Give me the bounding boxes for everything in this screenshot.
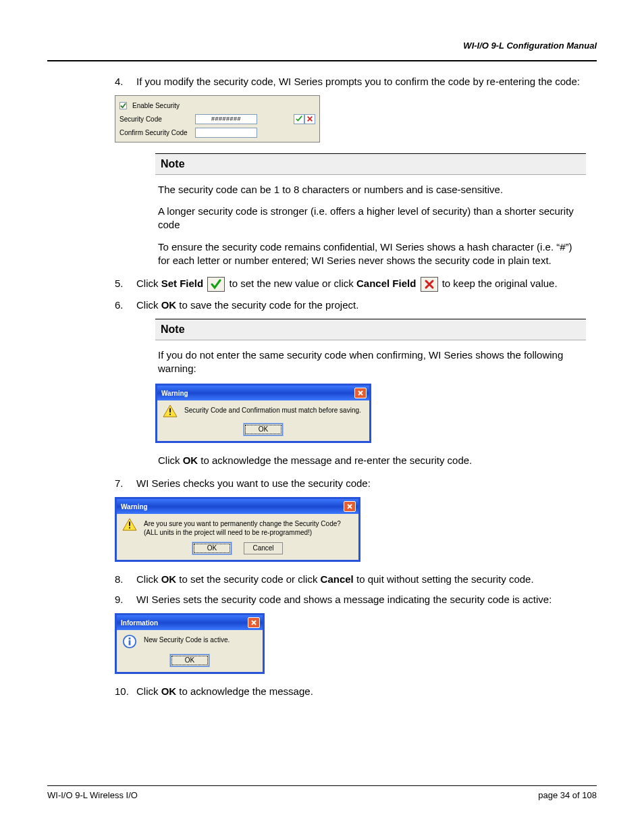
close-icon[interactable] (248, 617, 260, 628)
dialog-title: Information (121, 619, 158, 628)
step-number: 8. (115, 573, 136, 586)
step-number: 4. (115, 75, 136, 88)
footer-left: WI-I/O 9-L Wireless I/O (47, 790, 138, 800)
doc-footer: WI-I/O 9-L Wireless I/O page 34 of 108 (47, 785, 597, 800)
information-dialog: Information New Security Code is active. (115, 613, 597, 674)
step-9: 9. WI Series sets the security code and … (115, 593, 586, 606)
doc-body: 4. If you modify the security code, WI S… (47, 75, 597, 698)
note-paragraph: If you do not enter the same security co… (158, 348, 586, 376)
close-icon[interactable] (354, 388, 367, 398)
note-box-1: Note The security code can be 1 to 8 cha… (155, 153, 586, 267)
checkmark-icon (207, 277, 225, 292)
enable-security-label: Enable Security (132, 101, 180, 111)
step-4: 4. If you modify the security code, WI S… (115, 75, 586, 88)
svg-rect-6 (129, 641, 131, 646)
warning-icon (163, 405, 178, 418)
svg-rect-3 (129, 527, 130, 529)
note-paragraph: The security code can be 1 to 8 characte… (158, 183, 586, 197)
step-6: 6. Click OK to save the security code fo… (115, 298, 586, 312)
step-10: 10. Click OK to acknowledge the message. (115, 685, 586, 698)
dialog-message: New Security Code is active. (144, 634, 230, 644)
step-number: 10. (115, 685, 136, 698)
note-paragraph: Click OK to acknowledge the message and … (158, 454, 586, 467)
security-code-label: Security Code (119, 115, 192, 124)
x-icon (421, 277, 438, 292)
info-icon (122, 634, 137, 649)
dialog-title: Warning (121, 502, 148, 512)
step-7: 7. WI Series checks you want to use the … (115, 477, 586, 490)
note-box-2: Note If you do not enter the same securi… (155, 319, 586, 467)
note-heading: Note (155, 153, 586, 175)
dialog-title: Warning (161, 389, 188, 398)
step-5: 5. Click Set Field to set the new value … (115, 277, 586, 292)
step-number: 6. (115, 298, 136, 312)
ok-button[interactable]: OK (192, 542, 232, 554)
security-panel: Enable Security Security Code ######## (115, 95, 597, 142)
step-text: Click OK to acknowledge the message. (136, 685, 586, 698)
svg-rect-0 (169, 409, 171, 413)
security-code-input[interactable]: ######## (195, 114, 257, 124)
warning-dialog-mismatch: Warning Security Code and Confirmation m… (155, 384, 371, 443)
footer-right: page 34 of 108 (538, 790, 597, 800)
dialog-message: Are you sure you want to permanently cha… (144, 518, 341, 537)
set-field-mini-button[interactable] (294, 114, 304, 124)
enable-security-checkbox[interactable] (119, 102, 127, 109)
step-number: 9. (115, 593, 136, 606)
ok-button[interactable]: OK (244, 423, 283, 436)
step-8: 8. Click OK to set the security code or … (115, 573, 586, 586)
doc-header: WI-I/O 9-L Configuration Manual (47, 41, 597, 61)
note-paragraph: A longer security code is stronger (i.e.… (158, 205, 586, 232)
step-number: 7. (115, 477, 136, 490)
confirm-security-code-input[interactable] (195, 128, 257, 138)
note-paragraph: To ensure the security code remains conf… (158, 240, 586, 268)
step-text: Click OK to save the security code for t… (136, 298, 586, 312)
svg-rect-2 (129, 522, 130, 526)
step-text: WI Series checks you want to use the sec… (136, 477, 586, 490)
dialog-message: Security Code and Confirmation must matc… (184, 405, 361, 415)
step-text: If you modify the security code, WI Seri… (136, 75, 586, 88)
step-text: WI Series sets the security code and sho… (136, 593, 586, 606)
cancel-field-mini-button[interactable] (304, 114, 315, 124)
close-icon[interactable] (344, 501, 356, 512)
svg-point-5 (128, 637, 130, 640)
svg-rect-1 (169, 414, 171, 415)
step-text: Click OK to set the security code or cli… (136, 573, 586, 586)
note-heading: Note (155, 319, 586, 340)
step-text: Click Set Field to set the new value or … (136, 277, 586, 292)
ok-button[interactable]: OK (170, 654, 209, 667)
cancel-button[interactable]: Cancel (244, 542, 283, 554)
warning-icon (122, 518, 137, 531)
warning-dialog-confirm: Warning Are you sure you want to permane… (115, 497, 597, 562)
confirm-security-code-label: Confirm Security Code (119, 128, 192, 138)
step-number: 5. (115, 277, 136, 292)
